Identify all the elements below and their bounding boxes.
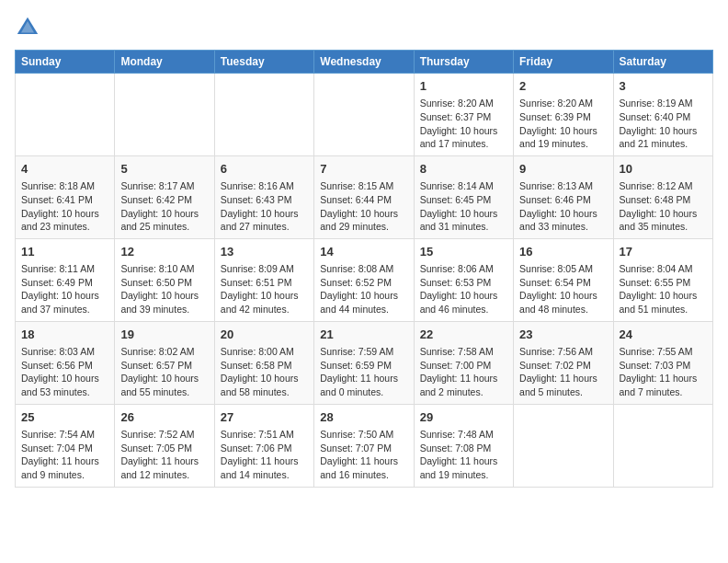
day-cell: 12Sunrise: 8:10 AMSunset: 6:50 PMDayligh… <box>115 238 214 321</box>
day-info: Sunrise: 7:59 AMSunset: 6:59 PMDaylight:… <box>320 345 407 399</box>
day-number: 4 <box>21 161 108 178</box>
day-number: 29 <box>420 409 507 426</box>
day-number: 10 <box>620 161 707 178</box>
day-info: Sunrise: 7:56 AMSunset: 7:02 PMDaylight:… <box>519 345 607 399</box>
day-cell <box>16 74 115 156</box>
header-cell-monday: Monday <box>115 51 214 74</box>
day-number: 18 <box>21 327 108 343</box>
day-number: 27 <box>221 409 308 426</box>
day-cell: 7Sunrise: 8:15 AMSunset: 6:44 PMDaylight… <box>314 155 414 238</box>
day-cell: 11Sunrise: 8:11 AMSunset: 6:49 PMDayligh… <box>16 238 115 321</box>
day-info: Sunrise: 8:08 AMSunset: 6:52 PMDaylight:… <box>320 262 407 316</box>
day-cell: 4Sunrise: 8:18 AMSunset: 6:41 PMDaylight… <box>16 155 115 238</box>
day-number: 11 <box>21 244 108 260</box>
day-cell: 23Sunrise: 7:56 AMSunset: 7:02 PMDayligh… <box>514 321 613 404</box>
day-cell <box>214 74 313 156</box>
day-cell <box>613 404 712 487</box>
day-info: Sunrise: 7:54 AMSunset: 7:04 PMDaylight:… <box>21 428 108 482</box>
day-info: Sunrise: 7:51 AMSunset: 7:06 PMDaylight:… <box>221 428 308 482</box>
day-number: 7 <box>320 161 407 178</box>
day-cell <box>314 74 414 156</box>
day-number: 26 <box>120 409 208 426</box>
day-cell: 27Sunrise: 7:51 AMSunset: 7:06 PMDayligh… <box>214 404 313 487</box>
day-cell: 1Sunrise: 8:20 AMSunset: 6:37 PMDaylight… <box>414 74 513 156</box>
day-number: 1 <box>420 78 507 95</box>
calendar-header: SundayMondayTuesdayWednesdayThursdayFrid… <box>16 51 713 74</box>
day-cell: 10Sunrise: 8:12 AMSunset: 6:48 PMDayligh… <box>613 155 712 238</box>
header-cell-tuesday: Tuesday <box>214 51 313 74</box>
day-cell: 18Sunrise: 8:03 AMSunset: 6:56 PMDayligh… <box>16 321 115 404</box>
day-number: 12 <box>120 244 208 260</box>
day-cell: 8Sunrise: 8:14 AMSunset: 6:45 PMDaylight… <box>414 155 513 238</box>
header-cell-friday: Friday <box>514 51 613 74</box>
day-cell: 13Sunrise: 8:09 AMSunset: 6:51 PMDayligh… <box>214 238 313 321</box>
day-number: 16 <box>519 244 607 260</box>
day-info: Sunrise: 8:03 AMSunset: 6:56 PMDaylight:… <box>21 345 108 399</box>
week-row-1: 1Sunrise: 8:20 AMSunset: 6:37 PMDaylight… <box>16 74 713 156</box>
day-cell: 16Sunrise: 8:05 AMSunset: 6:54 PMDayligh… <box>514 238 613 321</box>
day-cell: 3Sunrise: 8:19 AMSunset: 6:40 PMDaylight… <box>613 74 712 156</box>
header-cell-saturday: Saturday <box>613 51 712 74</box>
day-info: Sunrise: 8:10 AMSunset: 6:50 PMDaylight:… <box>120 262 208 316</box>
day-info: Sunrise: 8:18 AMSunset: 6:41 PMDaylight:… <box>21 179 108 234</box>
day-number: 13 <box>221 244 308 260</box>
day-cell: 25Sunrise: 7:54 AMSunset: 7:04 PMDayligh… <box>16 404 115 487</box>
day-info: Sunrise: 8:12 AMSunset: 6:48 PMDaylight:… <box>620 179 707 234</box>
day-info: Sunrise: 8:20 AMSunset: 6:39 PMDaylight:… <box>519 97 607 151</box>
day-cell: 28Sunrise: 7:50 AMSunset: 7:07 PMDayligh… <box>314 404 414 487</box>
day-info: Sunrise: 8:20 AMSunset: 6:37 PMDaylight:… <box>420 97 507 151</box>
day-info: Sunrise: 8:17 AMSunset: 6:42 PMDaylight:… <box>120 179 208 234</box>
week-row-5: 25Sunrise: 7:54 AMSunset: 7:04 PMDayligh… <box>16 404 713 487</box>
day-cell: 14Sunrise: 8:08 AMSunset: 6:52 PMDayligh… <box>314 238 414 321</box>
day-cell: 17Sunrise: 8:04 AMSunset: 6:55 PMDayligh… <box>613 238 712 321</box>
day-info: Sunrise: 8:06 AMSunset: 6:53 PMDaylight:… <box>420 262 507 316</box>
day-cell: 5Sunrise: 8:17 AMSunset: 6:42 PMDaylight… <box>115 155 214 238</box>
day-number: 9 <box>519 161 607 178</box>
day-info: Sunrise: 7:58 AMSunset: 7:00 PMDaylight:… <box>420 345 507 399</box>
day-number: 3 <box>620 78 707 95</box>
day-info: Sunrise: 8:19 AMSunset: 6:40 PMDaylight:… <box>620 97 707 151</box>
day-number: 5 <box>120 161 208 178</box>
day-info: Sunrise: 8:00 AMSunset: 6:58 PMDaylight:… <box>221 345 308 399</box>
week-row-4: 18Sunrise: 8:03 AMSunset: 6:56 PMDayligh… <box>16 321 713 404</box>
day-info: Sunrise: 8:11 AMSunset: 6:49 PMDaylight:… <box>21 262 108 316</box>
week-row-2: 4Sunrise: 8:18 AMSunset: 6:41 PMDaylight… <box>16 155 713 238</box>
header-row: SundayMondayTuesdayWednesdayThursdayFrid… <box>16 51 713 74</box>
day-number: 23 <box>519 327 607 343</box>
day-info: Sunrise: 7:52 AMSunset: 7:05 PMDaylight:… <box>120 428 208 482</box>
day-number: 17 <box>620 244 707 260</box>
day-number: 28 <box>320 409 407 426</box>
day-cell: 24Sunrise: 7:55 AMSunset: 7:03 PMDayligh… <box>613 321 712 404</box>
day-info: Sunrise: 7:55 AMSunset: 7:03 PMDaylight:… <box>620 345 707 399</box>
day-info: Sunrise: 8:02 AMSunset: 6:57 PMDaylight:… <box>120 345 208 399</box>
day-info: Sunrise: 8:09 AMSunset: 6:51 PMDaylight:… <box>221 262 308 316</box>
day-number: 14 <box>320 244 407 260</box>
day-info: Sunrise: 7:48 AMSunset: 7:08 PMDaylight:… <box>420 428 507 482</box>
day-info: Sunrise: 8:16 AMSunset: 6:43 PMDaylight:… <box>221 179 308 234</box>
day-number: 25 <box>21 409 108 426</box>
day-number: 8 <box>420 161 507 178</box>
calendar-table: SundayMondayTuesdayWednesdayThursdayFrid… <box>15 50 713 488</box>
day-cell: 29Sunrise: 7:48 AMSunset: 7:08 PMDayligh… <box>414 404 513 487</box>
day-cell: 15Sunrise: 8:06 AMSunset: 6:53 PMDayligh… <box>414 238 513 321</box>
week-row-3: 11Sunrise: 8:11 AMSunset: 6:49 PMDayligh… <box>16 238 713 321</box>
day-info: Sunrise: 8:13 AMSunset: 6:46 PMDaylight:… <box>519 179 607 234</box>
day-number: 19 <box>120 327 208 343</box>
day-cell: 26Sunrise: 7:52 AMSunset: 7:05 PMDayligh… <box>115 404 214 487</box>
day-cell <box>115 74 214 156</box>
day-cell: 6Sunrise: 8:16 AMSunset: 6:43 PMDaylight… <box>214 155 313 238</box>
day-info: Sunrise: 8:04 AMSunset: 6:55 PMDaylight:… <box>620 262 707 316</box>
day-number: 22 <box>420 327 507 343</box>
logo-icon <box>15 15 40 40</box>
day-cell: 21Sunrise: 7:59 AMSunset: 6:59 PMDayligh… <box>314 321 414 404</box>
day-cell <box>514 404 613 487</box>
header-cell-sunday: Sunday <box>16 51 115 74</box>
day-info: Sunrise: 7:50 AMSunset: 7:07 PMDaylight:… <box>320 428 407 482</box>
day-number: 2 <box>519 78 607 95</box>
day-number: 6 <box>221 161 308 178</box>
day-info: Sunrise: 8:14 AMSunset: 6:45 PMDaylight:… <box>420 179 507 234</box>
day-number: 15 <box>420 244 507 260</box>
header-cell-thursday: Thursday <box>414 51 513 74</box>
day-cell: 22Sunrise: 7:58 AMSunset: 7:00 PMDayligh… <box>414 321 513 404</box>
day-cell: 19Sunrise: 8:02 AMSunset: 6:57 PMDayligh… <box>115 321 214 404</box>
